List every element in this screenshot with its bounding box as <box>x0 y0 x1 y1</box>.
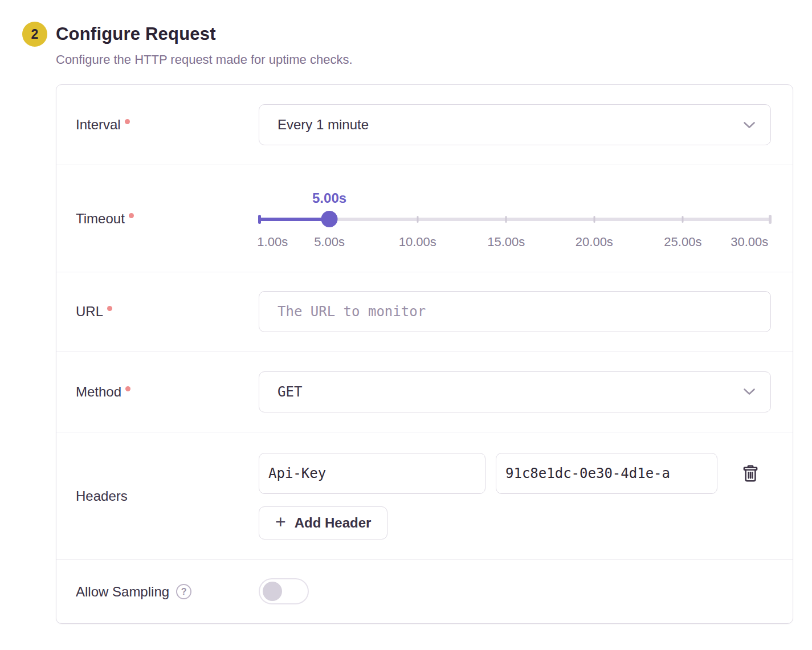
trash-icon <box>740 463 761 484</box>
slider-tick-mark <box>682 216 684 223</box>
chevron-down-icon <box>743 121 756 129</box>
form-row-interval: Interval Every 1 minute <box>56 85 793 165</box>
url-label: URL <box>76 304 259 320</box>
plus-icon: + <box>275 513 286 531</box>
timeout-slider-handle[interactable] <box>321 211 338 227</box>
required-dot-icon <box>125 386 130 391</box>
slider-tick-mark <box>417 216 418 223</box>
timeout-slider[interactable]: 5.00s 1.00s 5.00s <box>259 190 771 250</box>
method-selected-value: GET <box>278 384 302 400</box>
form-row-allow-sampling: Allow Sampling ? <box>56 559 793 623</box>
delete-header-button[interactable] <box>738 461 763 486</box>
slider-tick-mark <box>593 216 595 223</box>
slider-tick-mark <box>505 216 507 223</box>
allow-sampling-label: Allow Sampling ? <box>76 584 259 600</box>
url-input[interactable] <box>259 291 771 332</box>
request-config-panel: Interval Every 1 minute Timeout 5. <box>56 84 793 624</box>
add-header-button[interactable]: + Add Header <box>259 506 387 539</box>
interval-selected-value: Every 1 minute <box>278 117 369 133</box>
timeout-slider-fill <box>259 218 329 221</box>
required-dot-icon <box>125 119 130 124</box>
form-row-headers: Headers <box>56 432 793 559</box>
configure-request-section: 2 Configure Request Configure the HTTP r… <box>0 0 812 624</box>
slider-start-cap <box>258 215 261 224</box>
header-key-input[interactable] <box>259 453 485 494</box>
section-subtitle: Configure the HTTP request made for upti… <box>56 52 812 67</box>
method-label: Method <box>76 384 259 400</box>
method-select[interactable]: GET <box>259 371 771 412</box>
required-dot-icon <box>107 306 112 311</box>
chevron-down-icon <box>743 388 756 395</box>
slider-end-cap <box>769 215 772 224</box>
timeout-slider-value: 5.00s <box>312 190 346 206</box>
form-row-url: URL <box>56 272 793 351</box>
headers-label: Headers <box>76 488 259 504</box>
header-value-input[interactable] <box>496 453 717 494</box>
interval-select[interactable]: Every 1 minute <box>259 104 771 145</box>
help-icon[interactable]: ? <box>176 584 191 599</box>
interval-label: Interval <box>76 117 259 133</box>
form-row-timeout: Timeout 5.00s <box>56 165 793 272</box>
timeout-label: Timeout <box>76 211 259 227</box>
form-row-method: Method GET <box>56 351 793 432</box>
timeout-slider-rail[interactable] <box>259 211 771 227</box>
allow-sampling-toggle[interactable] <box>259 578 309 604</box>
toggle-knob <box>263 582 282 601</box>
section-header: 2 Configure Request <box>22 22 812 47</box>
add-header-button-label: Add Header <box>295 515 372 531</box>
step-number-badge: 2 <box>22 22 47 47</box>
required-dot-icon <box>129 213 134 218</box>
header-row <box>259 453 771 494</box>
page-title: Configure Request <box>56 24 216 44</box>
timeout-slider-tick-labels: 1.00s 5.00s 10.00s 15.00s 20.00s 25.00s … <box>259 235 771 250</box>
